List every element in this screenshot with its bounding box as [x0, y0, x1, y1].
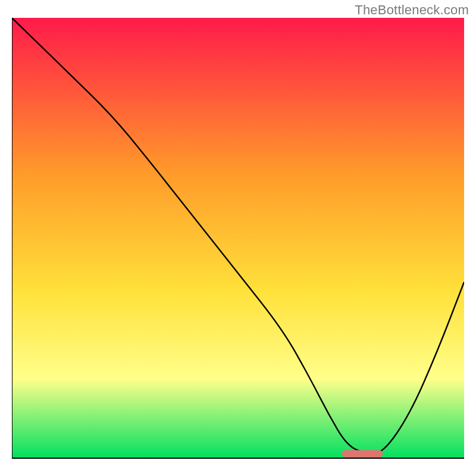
chart-container: TheBottleneck.com	[0, 0, 476, 476]
bottleneck-chart	[12, 18, 464, 470]
watermark-text: TheBottleneck.com	[355, 2, 469, 18]
optimal-marker	[342, 450, 383, 458]
